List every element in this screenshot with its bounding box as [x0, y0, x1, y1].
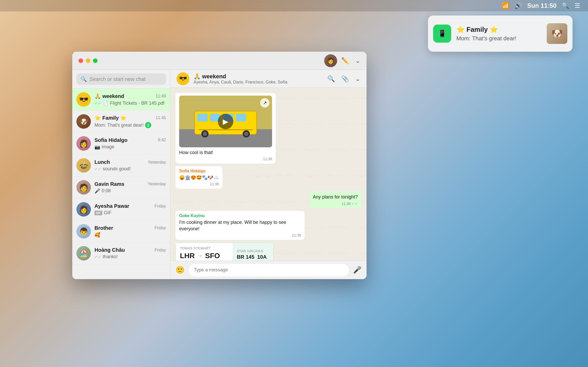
notification-image: 🐶	[547, 23, 567, 44]
svg-rect-5	[197, 114, 208, 121]
menubar-right: 📶 🔊 Sun 11:50 🔍 ☰	[502, 2, 580, 9]
menu-icon[interactable]: ☰	[575, 2, 580, 9]
chat-info-gavin: Gavin Rams Yesterday 🎤 0:08	[94, 181, 166, 194]
chat-time-sofia: 9:42	[158, 138, 166, 142]
chat-header-info: 🙏 weekend Ayesha, Anya, Cauã, Dario, Fra…	[194, 73, 323, 85]
preview-text-weekend: Flight Tickets - BR 145.pdf	[110, 101, 164, 106]
chat-preview-sofia: 📷 image	[94, 144, 166, 150]
notification-app-icon: 📱	[433, 25, 451, 43]
chat-list: 😎 🙏 weekend 11:49 ✓✓ 📄 Flight Tickets - …	[72, 89, 170, 279]
sofia-sender: Sofía Hidalgo	[179, 169, 219, 173]
chevron-down-icon[interactable]: ⌄	[355, 57, 360, 64]
chat-name-family: ⭐ Family ⭐	[94, 115, 126, 121]
message-outgoing: Any plans for tonight? 11:39 ✓✓	[176, 191, 361, 208]
chat-info-brother: Brother Friday 🥰	[94, 225, 166, 238]
ticket-arrow: →	[197, 253, 203, 259]
more-options-icon[interactable]: ⌄	[355, 75, 360, 82]
chat-item-weekend[interactable]: 😎 🙏 weekend 11:49 ✓✓ 📄 Flight Tickets - …	[72, 89, 170, 111]
chat-item-lunch[interactable]: 🍲 Lunch Yesterday ✓✓ sounds good!	[72, 155, 170, 177]
chat-header-name: 🙏 weekend	[194, 73, 323, 80]
message-ticket: TOMAS STEWART LHR → SFO 11:50 9:40	[176, 242, 361, 261]
gif-icon: GIF	[94, 211, 102, 215]
chat-item-hoang[interactable]: 🏖️ Hoàng Châu Friday ✓✓ thanks!	[72, 242, 170, 264]
chat-item-brother[interactable]: 👦 Brother Friday 🥰	[72, 220, 170, 242]
chat-search-icon[interactable]: 🔍	[327, 75, 335, 82]
close-button[interactable]	[78, 58, 83, 63]
preview-text-hoang: thanks!	[103, 254, 118, 259]
chat-item-gavin[interactable]: 🧑 Gavin Rams Yesterday 🎤 0:08	[72, 177, 170, 198]
chat-preview-lunch: ✓✓ sounds good!	[94, 166, 166, 172]
message-input[interactable]	[189, 264, 349, 276]
microphone-button[interactable]: 🎤	[353, 266, 361, 274]
search-input-wrap[interactable]: 🔍 Search or start new chat	[76, 73, 166, 85]
sent-check-icon: ✓✓	[352, 202, 358, 206]
titlebar-icons: ✏️ ⌄	[341, 57, 360, 64]
preview-text-ayesha: GIF	[104, 210, 112, 216]
message-sofia: Sofía Hidalgo 😛🏛️😍🤩🐾🐶☁️ 11:38	[176, 166, 361, 189]
search-icon: 🔍	[81, 76, 87, 82]
outgoing-bubble: Any plans for tonight? 11:39 ✓✓	[309, 191, 361, 208]
ticket-bubble: TOMAS STEWART LHR → SFO 11:50 9:40	[176, 242, 274, 261]
play-button[interactable]: ▶	[218, 114, 233, 129]
ticket-passenger: TOMAS STEWART	[180, 246, 228, 250]
compose-icon[interactable]: ✏️	[341, 57, 349, 64]
fullscreen-button[interactable]	[93, 58, 98, 63]
chat-name-gavin: Gavin Rams	[94, 181, 124, 187]
outgoing-time: 11:39 ✓✓	[313, 202, 358, 206]
chat-preview-ayesha: GIF GIF	[94, 210, 166, 216]
ticket-left: TOMAS STEWART LHR → SFO 11:50 9:40	[176, 243, 233, 261]
chat-item-family[interactable]: 🐶 ⭐ Family ⭐ 11:45 Mom: That's great dea…	[72, 111, 170, 133]
chat-info-weekend: 🙏 weekend 11:49 ✓✓ 📄 Flight Tickets - BR…	[94, 93, 166, 106]
notification-banner[interactable]: 📱 ⭐ Family ⭐ Mom: That's great dear! 🐶	[428, 16, 573, 52]
minimize-button[interactable]	[86, 58, 90, 63]
airline-ticket: TOMAS STEWART LHR → SFO 11:50 9:40	[176, 242, 274, 261]
menubar: 📶 🔊 Sun 11:50 🔍 ☰	[0, 0, 588, 11]
preview-text-brother: 🥰	[94, 232, 100, 238]
titlebar: 👩 ✏️ ⌄	[72, 52, 367, 70]
chat-panel: 😎 🙏 weekend Ayesha, Anya, Cauã, Dario, F…	[170, 70, 367, 279]
video-time: 11:38	[179, 157, 272, 161]
avatar-gavin: 🧑	[76, 180, 91, 195]
chat-item-ayesha[interactable]: 👩 Ayesha Pawar Friday GIF GIF	[72, 198, 170, 220]
chat-item-sofia[interactable]: 👩 Sofía Hidalgo 9:42 📷 image	[72, 133, 170, 155]
messages-area: ▶ ↗ How cool is that! 11:38 Sofía Hidalg…	[170, 88, 367, 261]
svg-point-12	[203, 132, 207, 136]
chat-info-sofia: Sofía Hidalgo 9:42 📷 image	[94, 137, 166, 150]
volume-icon: 🔊	[514, 2, 522, 9]
emoji-button[interactable]: 🙂	[176, 266, 185, 274]
app-window: 👩 ✏️ ⌄ 🔍 Search or start new chat 😎	[72, 52, 367, 279]
goke-time: 11:38	[179, 233, 301, 237]
chat-name-ayesha: Ayesha Pawar	[94, 203, 129, 209]
chat-header: 😎 🙏 weekend Ayesha, Anya, Cauã, Dario, F…	[170, 70, 367, 88]
search-input[interactable]: Search or start new chat	[90, 76, 146, 82]
chat-time-lunch: Yesterday	[148, 160, 166, 165]
user-avatar: 👩	[324, 54, 337, 67]
preview-text-lunch: sounds good!	[103, 166, 131, 172]
chat-preview-hoang: ✓✓ thanks!	[94, 254, 166, 259]
chat-info-lunch: Lunch Yesterday ✓✓ sounds good!	[94, 159, 166, 172]
chat-time-gavin: Yesterday	[148, 182, 166, 186]
notification-title: ⭐ Family ⭐	[456, 26, 542, 34]
preview-text-family: Mom: That's great dear!	[94, 123, 144, 128]
video-caption: How cool is that!	[179, 149, 272, 156]
svg-rect-9	[198, 129, 253, 130]
share-button[interactable]: ↗	[260, 98, 269, 108]
chat-info-family: ⭐ Family ⭐ 11:45 Mom: That's great dear!…	[94, 115, 166, 128]
chat-header-members: Ayesha, Anya, Cauã, Dario, Francisco, Go…	[194, 80, 323, 85]
main-content: 🔍 Search or start new chat 😎 🙏 weekend 1…	[72, 70, 367, 279]
ticket-airline: STAR AIRLINES	[237, 249, 263, 253]
unread-badge-family: 2	[145, 122, 151, 128]
video-bubble: ▶ ↗ How cool is that! 11:38	[176, 93, 276, 164]
video-thumbnail[interactable]: ▶ ↗	[179, 96, 272, 147]
attachment-icon[interactable]: 📎	[341, 75, 349, 82]
search-menu-icon[interactable]: 🔍	[562, 2, 569, 9]
avatar-hoang: 🏖️	[76, 246, 91, 261]
notification-content: ⭐ Family ⭐ Mom: That's great dear!	[456, 26, 542, 42]
goke-bubble: Goke Kuyinu I'm cooking dinner at my pla…	[176, 211, 305, 240]
camera-icon: 📷	[94, 144, 100, 150]
wifi-icon: 📶	[502, 2, 509, 9]
double-check-gray-icon: ✓✓	[94, 166, 101, 171]
sofia-text: 😛🏛️😍🤩🐾🐶☁️	[179, 174, 219, 181]
chat-preview-weekend: ✓✓ 📄 Flight Tickets - BR 145.pdf	[94, 100, 166, 106]
chat-info-ayesha: Ayesha Pawar Friday GIF GIF	[94, 203, 166, 216]
